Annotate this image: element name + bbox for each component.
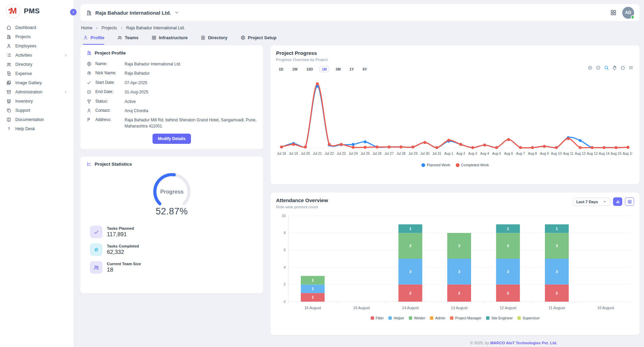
menu-icon bbox=[628, 65, 633, 70]
legend-supervisor[interactable]: Supervisor bbox=[517, 316, 540, 320]
menu-tool[interactable] bbox=[628, 65, 633, 70]
range-buttons: 1D1W15D1M3M1Y5Y bbox=[276, 66, 634, 72]
svg-text:10: 10 bbox=[282, 214, 286, 218]
breadcrumb-item-home[interactable]: Home bbox=[81, 26, 92, 30]
svg-text:14 August: 14 August bbox=[402, 306, 419, 310]
footer: © 2025, by MARCO AIoT Technologies Pvt. … bbox=[470, 341, 557, 345]
avatar-initials: AD bbox=[625, 10, 631, 15]
legend-welder[interactable]: Welder bbox=[409, 316, 425, 320]
svg-text:3: 3 bbox=[556, 270, 558, 274]
avatar[interactable]: AD bbox=[622, 7, 634, 19]
sidebar-item-employees[interactable]: Employees bbox=[3, 42, 71, 50]
range-button-1y[interactable]: 1Y bbox=[347, 66, 357, 72]
svg-text:4: 4 bbox=[284, 266, 286, 269]
profile-fields: Name:Raja Bahadur International Ltd.Nick… bbox=[86, 61, 257, 129]
svg-text:13 August: 13 August bbox=[451, 306, 468, 310]
svg-text:3: 3 bbox=[556, 244, 558, 248]
legend-site-engineer[interactable]: Site Engineer bbox=[486, 316, 513, 320]
tab-infrastructure[interactable]: Infrastructure bbox=[151, 35, 188, 45]
star-icon bbox=[93, 247, 99, 253]
svg-text:Aug 12: Aug 12 bbox=[575, 152, 586, 155]
hand-icon bbox=[612, 65, 617, 70]
zoom-in-tool[interactable] bbox=[587, 65, 593, 70]
sidebar-item-expense[interactable]: Expense bbox=[3, 69, 71, 78]
sidebar-item-help-desk[interactable]: Help Desk bbox=[3, 124, 71, 133]
sidebar-item-administration[interactable]: Administration bbox=[3, 88, 71, 96]
sidebar-item-directory[interactable]: Directory bbox=[3, 60, 71, 69]
sidebar-item-projects[interactable]: Projects bbox=[3, 32, 71, 41]
svg-text:Aug 2: Aug 2 bbox=[456, 152, 465, 155]
chart-toolbar bbox=[587, 65, 633, 70]
project-progress-chart[interactable]: Jul 18Jul 19Jul 20Jul 21Jul 22Jul 23Jul … bbox=[276, 76, 632, 162]
range-button-3m[interactable]: 3M bbox=[333, 66, 343, 72]
svg-text:1: 1 bbox=[507, 227, 509, 231]
sidebar-item-activities[interactable]: Activities bbox=[3, 51, 71, 60]
svg-text:11 August: 11 August bbox=[549, 306, 565, 310]
legend-planned-work[interactable]: Planned Work bbox=[421, 163, 450, 167]
range-button-1m[interactable]: 1M bbox=[319, 66, 329, 72]
sidebar-item-label: Directory bbox=[15, 62, 32, 67]
legend-completed-work[interactable]: Completed Work bbox=[456, 163, 489, 167]
sidebar-item-label: Dashboard bbox=[15, 25, 36, 30]
gear-icon bbox=[240, 35, 245, 40]
copy-icon bbox=[6, 108, 12, 113]
tab-directory[interactable]: Directory bbox=[200, 35, 227, 45]
legend-admin[interactable]: Admin bbox=[430, 316, 445, 320]
sidebar-collapse-button[interactable] bbox=[70, 9, 77, 15]
sidebar-item-support[interactable]: Support bbox=[3, 106, 71, 115]
hand-tool[interactable] bbox=[612, 65, 617, 70]
breadcrumb-item-projects[interactable]: Projects bbox=[101, 26, 117, 30]
range-button-5y[interactable]: 5Y bbox=[360, 66, 370, 72]
sidebar-item-image-gallary[interactable]: Image Gallary bbox=[3, 78, 71, 87]
range-button-15d[interactable]: 15D bbox=[304, 66, 316, 72]
sidebar-item-label: Help Desk bbox=[15, 126, 35, 131]
breadcrumb: HomeProjectsRaja Bahadur International L… bbox=[81, 26, 639, 30]
sidebar-item-label: Projects bbox=[15, 34, 31, 39]
attendance-overview-card: Attendance Overview Role-wise present co… bbox=[271, 193, 640, 335]
sidebar-item-dashboard[interactable]: Dashboard bbox=[3, 23, 71, 32]
apps-grid-button[interactable] bbox=[610, 9, 617, 16]
zoom-in-icon bbox=[587, 65, 593, 70]
svg-text:3: 3 bbox=[507, 244, 509, 248]
building-icon bbox=[6, 34, 12, 40]
range-button-1d[interactable]: 1D bbox=[276, 66, 286, 72]
svg-text:2: 2 bbox=[284, 283, 286, 286]
svg-text:Jul 31: Jul 31 bbox=[432, 152, 441, 155]
attendance-chart[interactable]: 024681011116 August15 August233114 Augus… bbox=[276, 213, 632, 315]
profile-field-contact: Contact:Anuj Chordia bbox=[86, 108, 257, 114]
svg-text:Jul 23: Jul 23 bbox=[337, 152, 346, 155]
project-statistics-card: Project Statistics Progress 52.87% Tasks… bbox=[80, 156, 263, 293]
chevron-left-icon bbox=[71, 10, 75, 14]
tab-project-setup[interactable]: Project Setup bbox=[240, 35, 276, 45]
company-selector[interactable]: Raja Bahadur International Ltd. bbox=[86, 10, 179, 16]
sidebar-item-label: Expense bbox=[15, 71, 32, 76]
bar-view-toggle[interactable] bbox=[613, 197, 622, 206]
range-button-1w[interactable]: 1W bbox=[289, 66, 300, 72]
modify-details-button[interactable]: Modify Details bbox=[152, 134, 191, 144]
stat-rows: Tasks Planned117,891Tasks Completed62,33… bbox=[90, 226, 257, 274]
legend-project-manager[interactable]: Project Manager bbox=[450, 316, 481, 320]
sidebar-item-documentation[interactable]: Documentation bbox=[3, 115, 71, 124]
project-profile-title: Project Profile bbox=[86, 50, 257, 56]
svg-text:Jul 18: Jul 18 bbox=[277, 152, 286, 155]
chevron-right-icon bbox=[64, 54, 67, 57]
sidebar-item-inventory[interactable]: Inventory bbox=[3, 97, 71, 106]
svg-text:Aug 13: Aug 13 bbox=[587, 152, 598, 155]
legend-fitter[interactable]: Fitter bbox=[371, 316, 384, 320]
store-icon bbox=[6, 99, 12, 104]
magnifier-tool[interactable] bbox=[604, 65, 609, 70]
home-small-tool[interactable] bbox=[620, 65, 625, 70]
svg-text:3: 3 bbox=[458, 270, 460, 274]
tab-teams[interactable]: Teams bbox=[117, 35, 138, 45]
legend-helper[interactable]: Helper bbox=[388, 316, 404, 320]
svg-text:3: 3 bbox=[458, 244, 460, 248]
tab-profile[interactable]: Profile bbox=[83, 35, 104, 45]
archive-icon bbox=[6, 89, 12, 95]
project-progress-card: Project Progress Progress Overview by Pr… bbox=[271, 45, 640, 184]
svg-text:3: 3 bbox=[409, 270, 412, 274]
footer-company-link[interactable]: MARCO AIoT Technologies Pvt. Ltd. bbox=[490, 341, 557, 345]
check-icon bbox=[86, 80, 92, 85]
table-view-toggle[interactable] bbox=[625, 197, 634, 206]
zoom-out-tool[interactable] bbox=[596, 65, 601, 70]
date-range-select[interactable]: Last 7 Days bbox=[573, 198, 610, 206]
